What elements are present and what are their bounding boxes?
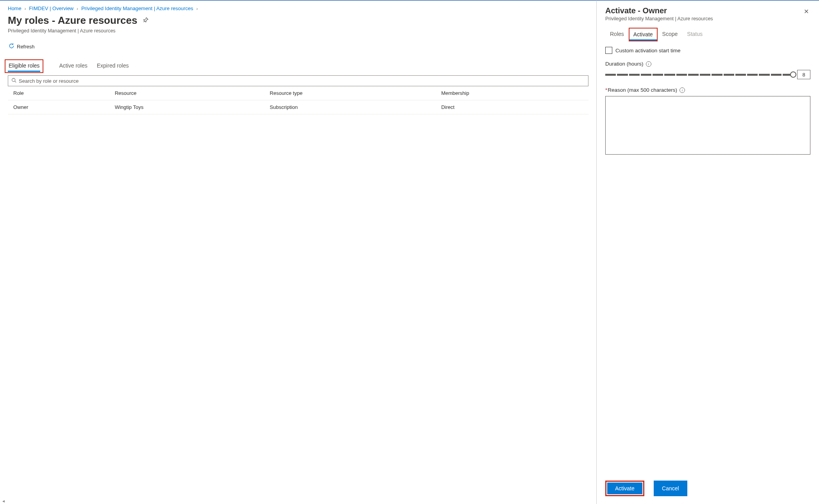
slider-thumb[interactable] <box>790 71 796 78</box>
col-role[interactable]: Role <box>8 86 110 100</box>
pin-icon[interactable] <box>140 16 150 25</box>
main-tabs: Eligible roles Active roles Expired role… <box>8 59 588 73</box>
breadcrumb-pim[interactable]: Privileged Identity Management | Azure r… <box>81 5 193 11</box>
reason-textarea[interactable] <box>605 96 810 155</box>
cell-membership: Direct <box>436 100 588 114</box>
activate-panel: Activate - Owner Privileged Identity Man… <box>596 0 819 504</box>
duration-slider[interactable] <box>605 71 793 78</box>
cancel-button[interactable]: Cancel <box>654 481 687 496</box>
svg-point-0 <box>12 78 15 82</box>
cell-resource: Wingtip Toys <box>110 100 265 114</box>
chevron-right-icon: › <box>197 6 198 11</box>
table-row[interactable]: Owner Wingtip Toys Subscription Direct <box>8 100 588 114</box>
col-resource-type[interactable]: Resource type <box>265 86 436 100</box>
scroll-left-icon[interactable]: ◄ <box>2 499 5 503</box>
info-icon[interactable]: i <box>680 87 685 93</box>
cell-role: Owner <box>8 100 110 114</box>
page-subtitle: Privileged Identity Management | Azure r… <box>8 28 588 34</box>
search-icon <box>11 78 16 84</box>
cell-resource-type: Subscription <box>265 100 436 114</box>
duration-label: Duration (hours) i <box>605 61 810 67</box>
breadcrumb: Home › FIMDEV | Overview › Privileged Id… <box>8 5 588 11</box>
tab-expired-roles[interactable]: Expired roles <box>97 59 129 73</box>
refresh-button[interactable]: Refresh <box>8 41 36 52</box>
panel-tab-activate[interactable]: Activate <box>629 28 657 41</box>
reason-label: *Reason (max 500 characters) i <box>605 87 810 93</box>
panel-subtitle: Privileged Identity Management | Azure r… <box>605 16 802 21</box>
refresh-label: Refresh <box>17 44 35 50</box>
panel-tabs: Roles Activate Scope Status <box>597 23 819 41</box>
roles-table: Role Resource Resource type Membership O… <box>8 86 588 114</box>
custom-start-checkbox[interactable] <box>605 47 612 54</box>
panel-tab-scope[interactable]: Scope <box>658 28 683 41</box>
svg-line-1 <box>15 81 16 82</box>
close-button[interactable]: ✕ <box>802 6 810 17</box>
close-icon: ✕ <box>804 8 809 15</box>
col-membership[interactable]: Membership <box>436 86 588 100</box>
duration-value[interactable]: 8 <box>797 70 810 79</box>
breadcrumb-home[interactable]: Home <box>8 5 21 11</box>
custom-start-label: Custom activation start time <box>615 48 681 53</box>
activate-button[interactable]: Activate <box>607 483 642 494</box>
tab-active-roles[interactable]: Active roles <box>59 59 87 73</box>
search-box[interactable] <box>8 75 588 86</box>
search-input[interactable] <box>19 78 585 84</box>
info-icon[interactable]: i <box>646 61 651 67</box>
page-title: My roles - Azure resources <box>8 14 137 27</box>
breadcrumb-fimdev[interactable]: FIMDEV | Overview <box>29 5 73 11</box>
panel-title: Activate - Owner <box>605 6 802 15</box>
panel-tab-roles[interactable]: Roles <box>605 28 629 41</box>
panel-tab-status: Status <box>682 28 707 41</box>
main-content: Home › FIMDEV | Overview › Privileged Id… <box>0 0 596 504</box>
tab-eligible-roles[interactable]: Eligible roles <box>8 60 40 72</box>
chevron-right-icon: › <box>25 6 26 11</box>
col-resource[interactable]: Resource <box>110 86 265 100</box>
refresh-icon <box>9 43 14 50</box>
chevron-right-icon: › <box>77 6 78 11</box>
